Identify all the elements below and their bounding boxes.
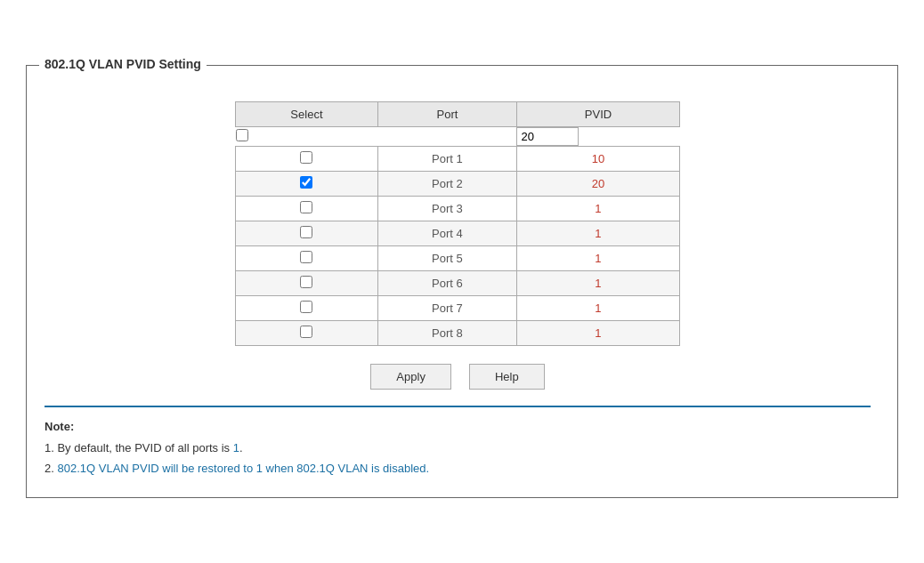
- table-row: Port 71: [236, 296, 680, 321]
- row-checkbox-5[interactable]: [300, 251, 312, 263]
- row-port-name: Port 8: [377, 321, 516, 346]
- row-checkbox-4[interactable]: [300, 226, 312, 238]
- table-container: Select Port PVID Port: [45, 101, 871, 390]
- col-port: Port: [377, 102, 516, 127]
- row-select-cell: [236, 147, 378, 172]
- note-link-2[interactable]: 802.1Q VLAN PVID will be restored to 1 w…: [57, 462, 429, 475]
- row-pvid-value: 1: [516, 221, 679, 246]
- note-section: Note: 1. By default, the PVID of all por…: [45, 416, 871, 479]
- row-port-name: Port 1: [377, 147, 516, 172]
- table-row: Port 61: [236, 271, 680, 296]
- col-pvid: PVID: [516, 102, 679, 127]
- row-pvid-value: 20: [516, 172, 679, 197]
- row-checkbox-2[interactable]: [300, 176, 312, 189]
- all-ports-cell: [377, 127, 516, 147]
- panel-title: 802.1Q VLAN PVID Setting: [39, 57, 207, 71]
- row-port-name: Port 5: [377, 246, 516, 271]
- row-pvid-value: 10: [516, 147, 679, 172]
- pvid-table: Select Port PVID Port: [235, 101, 680, 346]
- table-row: Port 81: [236, 321, 680, 346]
- table-row: Port 41: [236, 221, 680, 246]
- row-select-cell: [236, 246, 378, 271]
- row-port-name: Port 4: [377, 221, 516, 246]
- note-line1: 1. By default, the PVID of all ports is …: [45, 441, 243, 454]
- row-pvid-value: 1: [516, 296, 679, 321]
- row-select-cell: [236, 172, 378, 197]
- row-select-cell: [236, 321, 378, 346]
- select-all-checkbox[interactable]: [236, 129, 248, 141]
- select-all-cell: [236, 127, 378, 147]
- col-select: Select: [236, 102, 378, 127]
- row-select-cell: [236, 271, 378, 296]
- note-link-1[interactable]: 1: [233, 441, 239, 454]
- button-row: Apply Help: [370, 364, 544, 390]
- apply-button[interactable]: Apply: [370, 364, 451, 390]
- row-checkbox-6[interactable]: [300, 276, 312, 288]
- row-pvid-value: 1: [516, 197, 679, 221]
- pvid-input-cell: [516, 127, 679, 147]
- row-pvid-value: 1: [516, 321, 679, 346]
- table-row: Port 220: [236, 172, 680, 197]
- row-checkbox-1[interactable]: [300, 151, 312, 164]
- panel: 802.1Q VLAN PVID Setting Select Port PVI…: [26, 65, 898, 497]
- row-pvid-value: 1: [516, 246, 679, 271]
- row-port-name: Port 3: [377, 197, 516, 221]
- row-checkbox-3[interactable]: [300, 201, 312, 213]
- row-checkbox-8[interactable]: [300, 326, 312, 338]
- row-port-name: Port 6: [377, 271, 516, 296]
- table-row: Port 31: [236, 197, 680, 221]
- row-port-name: Port 7: [377, 296, 516, 321]
- row-pvid-value: 1: [516, 271, 679, 296]
- row-select-cell: [236, 221, 378, 246]
- row-checkbox-7[interactable]: [300, 301, 312, 313]
- table-row: Port 51: [236, 246, 680, 271]
- row-port-name: Port 2: [377, 172, 516, 197]
- help-button[interactable]: Help: [469, 364, 545, 390]
- row-select-cell: [236, 197, 378, 221]
- note-label: Note:: [45, 420, 74, 433]
- table-row: Port 110: [236, 147, 680, 172]
- note-line2: 2. 802.1Q VLAN PVID will be restored to …: [45, 462, 429, 475]
- row-select-cell: [236, 296, 378, 321]
- pvid-input[interactable]: [516, 127, 579, 146]
- divider: [45, 406, 871, 407]
- page-wrapper: 802.1Q VLAN PVID Setting Select Port PVI…: [0, 0, 924, 563]
